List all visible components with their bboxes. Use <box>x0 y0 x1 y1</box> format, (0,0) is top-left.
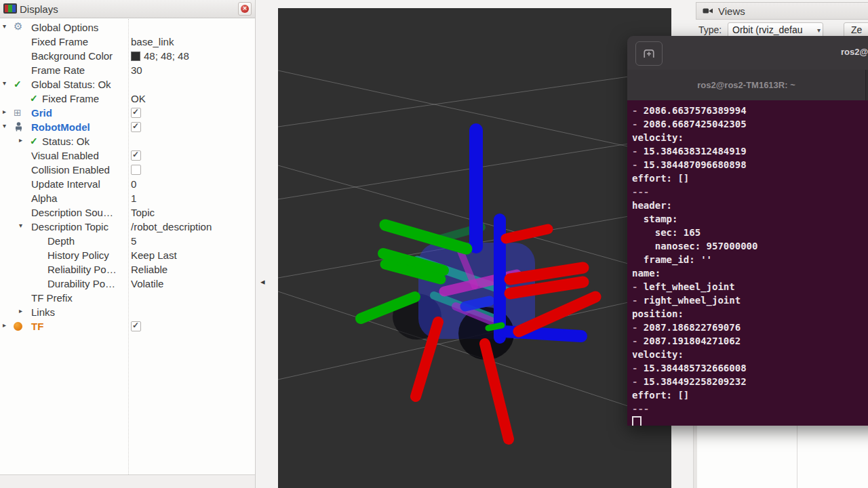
checkbox-unchecked[interactable] <box>131 165 141 175</box>
displays-titlebar[interactable]: Displays ✕ <box>0 0 255 18</box>
checkbox-checked[interactable] <box>131 150 141 161</box>
property-value[interactable]: 30 <box>131 64 142 76</box>
property-label: Global Status: Ok <box>31 79 111 90</box>
display-row-fixed-frame[interactable]: Fixed Framebase_link <box>0 35 254 49</box>
display-row-visual-enabled[interactable]: Visual Enabled <box>0 148 254 163</box>
collapse-arrow-icon[interactable]: ▾ <box>3 22 6 30</box>
property-label: Background Color <box>31 50 113 62</box>
close-panel-button[interactable]: ✕ <box>238 2 252 16</box>
property-label: Visual Enabled <box>31 150 99 161</box>
property-label: Depth <box>47 235 75 247</box>
terminal-line: - 15.384485732666008 <box>632 361 868 375</box>
terminal-line: stamp: <box>632 212 868 226</box>
property-label: TF <box>31 321 43 332</box>
display-row-robot-model[interactable]: ▾RobotModel <box>0 120 254 134</box>
terminal-titlebar[interactable]: ros2@ <box>627 36 868 70</box>
terminal-window-title: ros2@ <box>841 47 868 57</box>
property-value[interactable]: /robot_description <box>131 221 212 232</box>
property-value[interactable]: base_link <box>131 36 174 47</box>
collapse-arrow-icon[interactable]: ▾ <box>19 222 22 229</box>
expand-arrow-icon[interactable]: ▸ <box>19 136 22 144</box>
property-label: Links <box>31 306 55 318</box>
display-row-alpha[interactable]: Alpha1 <box>0 191 254 205</box>
terminal-line: header: <box>632 199 868 212</box>
property-value[interactable]: 48; 48; 48 <box>131 50 189 62</box>
property-value[interactable] <box>131 164 141 175</box>
display-row-frame-rate[interactable]: Frame Rate30 <box>0 63 254 77</box>
display-row-robot-status[interactable]: ▸✓Status: Ok <box>0 134 254 148</box>
display-row-description-source[interactable]: Description Sou…Topic <box>0 205 254 220</box>
display-row-durability-policy[interactable]: Durability Po…Volatile <box>0 277 254 291</box>
display-row-global-options[interactable]: ▾⚙Global Options <box>0 20 254 35</box>
value-text: Keep Last <box>131 249 177 261</box>
property-value[interactable]: Topic <box>131 207 155 218</box>
display-row-history-policy[interactable]: History PolicyKeep Last <box>0 248 254 262</box>
views-panel-title: Views <box>718 5 745 17</box>
display-row-collision-enabled[interactable]: Collision Enabled <box>0 163 254 177</box>
property-label: Fixed Frame <box>42 93 99 104</box>
expand-arrow-icon[interactable]: ▸ <box>3 321 6 329</box>
display-row-tf-prefix[interactable]: TF Prefix <box>0 291 254 305</box>
terminal-line: - 2086.6637576389994 <box>632 104 868 117</box>
property-value[interactable]: Keep Last <box>131 249 177 261</box>
display-row-grid[interactable]: ▸⊞Grid <box>0 106 254 120</box>
property-label: TF Prefix <box>31 292 73 304</box>
display-row-update-interval[interactable]: Update Interval0 <box>0 177 254 191</box>
color-swatch <box>131 52 140 61</box>
value-text: 5 <box>131 235 136 247</box>
display-row-background-color[interactable]: Background Color48; 48; 48 <box>0 49 254 63</box>
display-row-links[interactable]: ▸Links <box>0 305 254 319</box>
property-label: Collision Enabled <box>31 164 110 176</box>
property-value[interactable] <box>131 150 141 161</box>
display-row-description-topic[interactable]: ▾Description Topic/robot_description <box>0 220 254 234</box>
camera-icon <box>703 6 713 16</box>
status-ok-check-icon: ✓ <box>14 79 22 89</box>
value-text: Reliable <box>131 264 167 275</box>
property-value[interactable] <box>131 121 141 132</box>
displays-panel-title: Displays <box>20 3 238 15</box>
displays-panel: Displays ✕ ▾⚙Global OptionsFixed Frameba… <box>0 0 256 488</box>
collapse-arrow-icon[interactable]: ▾ <box>3 122 6 129</box>
value-text: base_link <box>131 36 174 47</box>
property-value[interactable]: OK <box>131 93 146 104</box>
gear-icon: ⚙ <box>14 21 22 32</box>
expand-arrow-icon[interactable]: ▸ <box>3 108 6 115</box>
terminal-line: --- <box>632 402 868 415</box>
property-value[interactable]: Volatile <box>131 278 163 289</box>
property-value[interactable]: 5 <box>131 235 136 247</box>
property-value[interactable]: 1 <box>131 192 136 204</box>
display-row-fixed-frame-status[interactable]: ✓Fixed FrameOK <box>0 92 254 106</box>
display-row-reliability-policy[interactable]: Reliability Po…Reliable <box>0 262 254 277</box>
property-value[interactable] <box>131 321 141 331</box>
new-tab-button[interactable] <box>635 41 663 66</box>
checkbox-checked[interactable] <box>131 321 141 331</box>
property-value[interactable]: Reliable <box>131 264 167 275</box>
3d-viewport[interactable] <box>278 8 671 488</box>
value-text: Topic <box>131 207 155 218</box>
panel-collapse-arrow[interactable]: ◂ <box>260 277 265 287</box>
grid-icon: ⊞ <box>14 107 22 118</box>
views-titlebar[interactable]: Views <box>696 2 868 20</box>
collapse-arrow-icon[interactable]: ▾ <box>3 79 6 87</box>
display-row-global-status[interactable]: ▾✓Global Status: Ok <box>0 77 254 92</box>
checkbox-checked[interactable] <box>131 108 141 118</box>
robot-model <box>361 130 595 439</box>
status-ok-check-icon: ✓ <box>30 136 38 146</box>
terminal-line: effort: [] <box>632 171 868 185</box>
property-value[interactable]: 0 <box>131 178 136 190</box>
terminal-line: - left_wheel_joint <box>632 280 868 293</box>
display-row-tf[interactable]: ▸TF <box>0 319 254 333</box>
terminal-cursor <box>632 416 642 426</box>
terminal-window[interactable]: ros2@ ros2@ros2-TM1613R: ~ - 2086.663757… <box>627 36 868 426</box>
terminal-line: position: <box>632 307 868 321</box>
display-row-depth[interactable]: Depth5 <box>0 234 254 248</box>
terminal-line: - 15.384487096680898 <box>632 158 868 171</box>
new-tab-icon <box>642 47 656 60</box>
property-value[interactable] <box>131 107 141 118</box>
terminal-line: nanosec: 957000000 <box>632 239 868 253</box>
expand-arrow-icon[interactable]: ▸ <box>19 307 22 314</box>
terminal-output[interactable]: - 2086.6637576389994- 2086.6687425042305… <box>627 100 868 426</box>
terminal-tab[interactable]: ros2@ros2-TM1613R: ~ <box>627 70 866 100</box>
value-text: OK <box>131 93 146 104</box>
checkbox-checked[interactable] <box>131 122 141 132</box>
